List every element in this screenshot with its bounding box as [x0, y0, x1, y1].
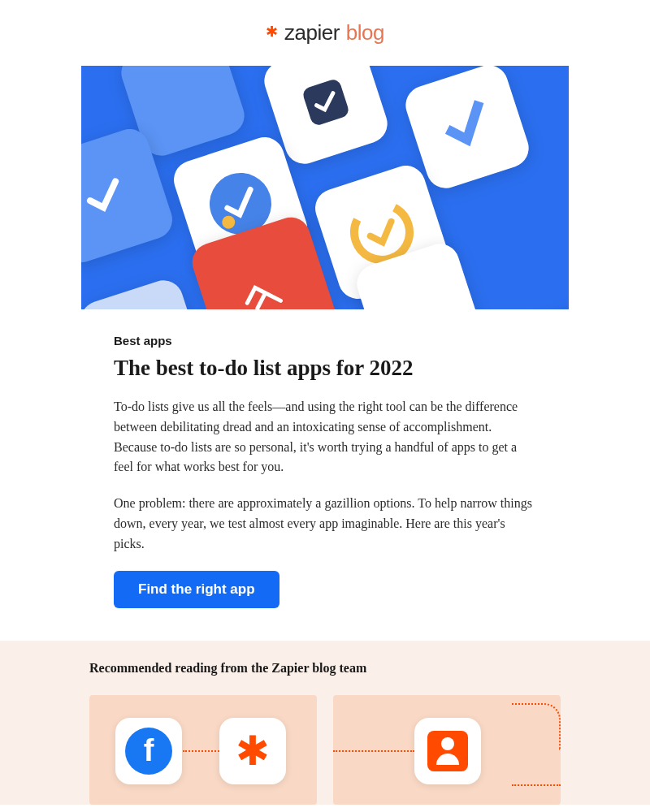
connector-line-icon — [333, 750, 414, 752]
header: ✱ zapier blog — [0, 0, 650, 66]
logo-text-blog: blog — [346, 20, 384, 45]
find-app-button[interactable]: Find the right app — [114, 571, 280, 608]
logo-text-zapier: zapier — [284, 20, 340, 45]
connector-line-icon — [512, 784, 561, 786]
recommended-card[interactable]: f ✱ — [89, 695, 317, 805]
article-content: Best apps The best to-do list apps for 2… — [114, 334, 536, 641]
recommended-section: Recommended reading from the Zapier blog… — [0, 641, 650, 805]
connector-line-icon — [512, 703, 561, 750]
zapier-icon: ✱ — [219, 718, 286, 784]
hero-tile-icon — [490, 302, 569, 309]
logo[interactable]: ✱ zapier blog — [266, 20, 384, 45]
logo-asterisk-icon: ✱ — [266, 23, 278, 41]
hero-image — [81, 66, 569, 309]
article-paragraph: One problem: there are approximately a g… — [114, 494, 536, 554]
hero-tile-icon — [81, 275, 209, 309]
recommended-card[interactable] — [333, 695, 561, 805]
recommended-cards: f ✱ — [89, 695, 561, 805]
article-title: The best to-do list apps for 2022 — [114, 356, 536, 381]
article-paragraph: To-do lists give us all the feels—and us… — [114, 397, 536, 477]
contact-icon — [414, 718, 481, 784]
recommended-heading: Recommended reading from the Zapier blog… — [89, 661, 561, 676]
facebook-icon: f — [115, 718, 182, 784]
article-category: Best apps — [114, 334, 536, 348]
connector-line-icon — [183, 750, 219, 752]
svg-rect-0 — [301, 78, 350, 127]
